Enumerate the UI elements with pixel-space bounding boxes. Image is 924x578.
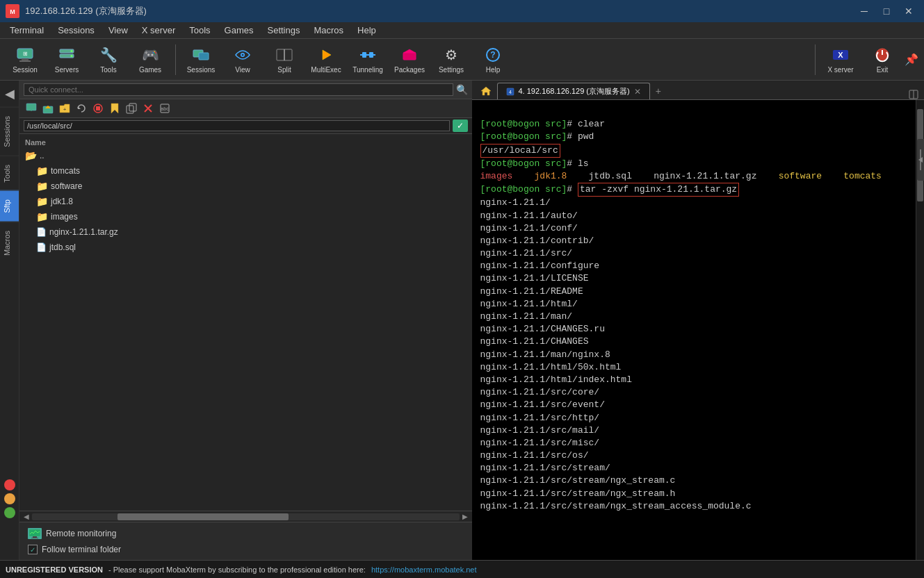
window-title: 192.168.126.129 (京淘服务器) <box>25 5 147 17</box>
list-item[interactable]: 📁 software <box>31 179 472 194</box>
tree-item-name: software <box>51 181 82 191</box>
servers-icon <box>57 45 76 65</box>
path-ok-button[interactable]: ✓ <box>453 119 468 132</box>
tools-icon: 🔧 <box>99 45 118 65</box>
session-button[interactable]: ⊞ Session <box>6 42 44 78</box>
app-icon: M <box>6 4 19 18</box>
hscroll-track[interactable] <box>32 513 460 520</box>
split-button[interactable]: Split <box>265 42 304 78</box>
scroll-right-icon[interactable]: ▶ <box>462 513 468 520</box>
download-button[interactable] <box>40 101 56 116</box>
svg-rect-19 <box>369 52 373 58</box>
svg-marker-33 <box>78 106 81 109</box>
left-edge-tabs: ◀ Sessions Tools Sftp Macros <box>0 81 19 560</box>
settings-button[interactable]: ⚙ Settings <box>432 42 471 78</box>
tree-item-name: images <box>51 212 78 222</box>
copy-button[interactable] <box>124 101 139 116</box>
delete-button[interactable] <box>140 101 156 116</box>
list-item[interactable]: 📄 jtdb.sql <box>31 240 472 255</box>
games-button[interactable]: 🎮 Games <box>131 42 170 78</box>
menu-xserver[interactable]: X server <box>135 24 182 37</box>
sessions-button[interactable]: Sessions <box>181 42 220 78</box>
title-bar-left: M 192.168.126.129 (京淘服务器) <box>6 4 147 18</box>
stop-button[interactable] <box>90 101 106 116</box>
pin-icon[interactable]: 📌 <box>905 53 918 66</box>
view-button[interactable]: View <box>223 42 262 78</box>
terminal-output[interactable]: [root@bogon src]# clear [root@bogon src]… <box>472 100 916 560</box>
terminal-tab[interactable]: 4 4. 192.168.126.129 (京淘服务器) ✕ <box>497 83 650 99</box>
attach-icon[interactable] <box>909 90 924 99</box>
list-item[interactable]: 📁 images <box>31 209 472 224</box>
help-button[interactable]: ? Help <box>473 42 512 78</box>
packages-button[interactable]: Packages <box>390 42 429 78</box>
new-tab-button[interactable]: + <box>650 83 667 99</box>
menu-bar: Terminal Sessions View X server Tools Ga… <box>0 22 924 39</box>
bookmark-button[interactable] <box>107 101 122 116</box>
svg-point-9 <box>71 55 73 57</box>
minimize-button[interactable]: ─ <box>854 4 874 18</box>
status-bar: UNREGISTERED VERSION - Please support Mo… <box>0 560 924 578</box>
sessions-label: Sessions <box>187 66 216 74</box>
new-folder-button[interactable]: + <box>57 101 72 116</box>
split-icon <box>275 45 294 65</box>
svg-marker-46 <box>481 87 491 95</box>
exit-button[interactable]: Exit <box>863 42 902 78</box>
quick-connect-bar: 🔍 <box>19 81 472 99</box>
settings-label: Settings <box>439 66 464 74</box>
split-label: Split <box>277 66 291 74</box>
list-item[interactable]: 📂 .. <box>19 148 472 163</box>
svg-text:M: M <box>10 8 15 15</box>
tab-close-button[interactable]: ✕ <box>634 87 641 97</box>
upload-button[interactable] <box>24 101 39 116</box>
green-dot[interactable] <box>4 507 15 518</box>
sessions-tab[interactable]: Sessions <box>0 107 19 156</box>
macros-tab[interactable]: Macros <box>0 222 19 264</box>
quick-connect-search-icon[interactable]: 🔍 <box>456 84 468 95</box>
red-dot[interactable] <box>4 479 15 490</box>
list-item[interactable]: 📁 jdk1.8 <box>31 194 472 209</box>
mobatek-link[interactable]: https://mobaxterm.mobatek.net <box>371 565 477 574</box>
servers-button[interactable]: Servers <box>47 42 86 78</box>
right-edge-attachment[interactable] <box>917 139 924 181</box>
orange-dot[interactable] <box>4 493 15 504</box>
collapse-arrow[interactable]: ◀ <box>2 81 17 107</box>
menu-tools[interactable]: Tools <box>182 24 217 37</box>
tools-button[interactable]: 🔧 Tools <box>89 42 128 78</box>
svg-rect-20 <box>403 53 416 60</box>
view-label: View <box>235 66 250 74</box>
hscroll-thumb[interactable] <box>117 513 289 520</box>
svg-text:⊞: ⊞ <box>23 51 28 57</box>
menu-macros[interactable]: Macros <box>307 24 350 37</box>
menu-settings[interactable]: Settings <box>261 24 307 37</box>
list-item[interactable]: 📁 tomcats <box>31 163 472 179</box>
edit-button[interactable]: abc <box>157 101 172 116</box>
tools-tab[interactable]: Tools <box>0 156 19 191</box>
sidebar-bottom: Remote monitoring ✓ Follow terminal fold… <box>19 522 472 560</box>
help-label: Help <box>486 66 501 74</box>
follow-terminal-checkbox[interactable]: ✓ <box>28 545 38 554</box>
list-item[interactable]: 📄 nginx-1.21.1.tar.gz <box>31 224 472 240</box>
svg-rect-18 <box>362 52 366 58</box>
sftp-tab[interactable]: Sftp <box>0 190 19 222</box>
quick-connect-input[interactable] <box>24 83 453 96</box>
remote-monitoring-button[interactable]: Remote monitoring <box>24 525 468 542</box>
home-tab[interactable] <box>475 83 497 99</box>
folder-icon: 📁 <box>36 196 48 207</box>
xserver-button[interactable]: X X server <box>821 42 860 78</box>
folder-icon: 📁 <box>36 165 48 176</box>
refresh-button[interactable] <box>74 101 89 116</box>
follow-terminal-toggle[interactable]: ✓ Follow terminal folder <box>24 542 468 557</box>
multiexec-button[interactable]: MultiExec <box>307 42 346 78</box>
menu-help[interactable]: Help <box>350 24 383 37</box>
maximize-button[interactable]: □ <box>877 4 896 18</box>
scroll-left-icon[interactable]: ◀ <box>24 513 29 520</box>
close-button[interactable]: ✕ <box>899 4 918 18</box>
menu-sessions[interactable]: Sessions <box>51 24 102 37</box>
menu-games[interactable]: Games <box>218 24 261 37</box>
menu-terminal[interactable]: Terminal <box>3 24 51 37</box>
menu-view[interactable]: View <box>102 24 135 37</box>
main-content: ◀ Sessions Tools Sftp Macros 🔍 + <box>0 81 924 560</box>
path-input[interactable] <box>24 120 450 131</box>
tree-name-column: Name <box>25 138 46 147</box>
tunneling-button[interactable]: Tunneling <box>348 42 387 78</box>
